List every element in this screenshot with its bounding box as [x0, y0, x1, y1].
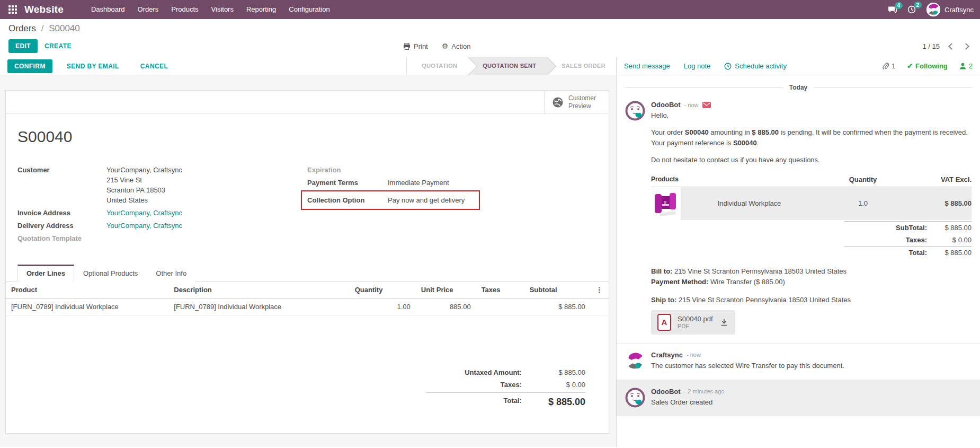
pager: 1 / 15 — [922, 42, 968, 50]
followers-button[interactable]: 2 — [959, 62, 973, 70]
order-title: S00040 — [17, 128, 597, 146]
pt-product-row: Individual Workplace 1.0 $ 885.00 — [651, 187, 972, 220]
stage-quotation[interactable]: QUOTATION — [407, 57, 468, 75]
edit-button[interactable]: EDIT — [8, 39, 38, 53]
message-time: - 2 minutes ago — [684, 388, 725, 394]
activities-icon[interactable]: 2 — [907, 5, 916, 14]
tab-order-lines[interactable]: Order Lines — [17, 265, 74, 282]
attachments-button[interactable]: 1 — [883, 62, 895, 70]
stage-quotation-sent[interactable]: QUOTATION SENT — [468, 57, 547, 75]
message-body: The customer has selected Wire Transfer … — [651, 361, 972, 371]
field-delivery-address: Delivery Address YourCompany, Craftsync — [17, 221, 307, 231]
address-line: Scranton PA 18503 — [106, 185, 182, 195]
message-time: - now — [684, 102, 699, 108]
menu-reporting[interactable]: Reporting — [240, 0, 282, 19]
pt-totals: SubTotal: $ 885.00 Taxes: $ 0.00 Total: … — [844, 221, 972, 259]
pt-header-vat: VAT Excl. — [908, 175, 972, 183]
check-icon: ✔ — [907, 62, 913, 70]
collection-option-highlight: Collection Option Pay now and get delive… — [301, 190, 480, 210]
print-button[interactable]: Print — [403, 42, 428, 50]
user-name: Craftsync — [945, 6, 974, 14]
cell-subtotal: $ 885.00 — [524, 298, 591, 315]
attachment-name: S00040.pdf — [678, 315, 713, 323]
cell-quantity: 1.00 — [350, 298, 416, 315]
cell-description: [FURN_0789] Individual Workplace — [168, 298, 349, 315]
user-menu[interactable]: Craftsync — [926, 3, 974, 16]
download-icon — [720, 319, 728, 326]
odoo-app-window: Website Dashboard Orders Products Visito… — [0, 0, 980, 448]
order-line-row[interactable]: [FURN_0789] Individual Workplace [FURN_0… — [6, 298, 609, 315]
sheet-top-strip: Customer Preview — [6, 91, 609, 114]
cancel-button[interactable]: CANCEL — [133, 59, 175, 73]
message-author[interactable]: OdooBot — [651, 388, 681, 396]
col-header-product: Product — [6, 282, 168, 298]
pt-product-price: $ 885.00 — [908, 199, 972, 207]
action-menu-button[interactable]: ⚙ Action — [442, 42, 471, 50]
address-line: United States — [106, 195, 182, 205]
order-lines-table: Product Description Quantity Unit Price … — [6, 282, 609, 315]
pt-product-name: Individual Workplace — [681, 199, 818, 207]
breadcrumb: Orders / S00040 — [8, 23, 972, 34]
tab-other-info[interactable]: Other Info — [147, 265, 195, 282]
message-body: Sales Order created — [651, 397, 972, 408]
cell-product: [FURN_0789] Individual Workplace — [6, 298, 168, 315]
breadcrumb-current: S00040 — [49, 23, 80, 33]
attachment-type: PDF — [678, 323, 713, 329]
apps-menu-icon[interactable] — [8, 5, 17, 14]
form-view-zone: Customer Preview S00040 Customer YourCom… — [0, 75, 616, 447]
gear-icon: ⚙ — [442, 42, 449, 50]
taxes-row: Taxes: $ 0.00 — [426, 379, 585, 391]
following-button[interactable]: ✔ Following — [907, 62, 948, 70]
pager-next-button[interactable] — [963, 43, 969, 50]
total-row: Total: $ 885.00 — [426, 392, 585, 410]
notebook-tabs: Order Lines Optional Products Other Info — [6, 264, 609, 282]
messages-icon[interactable]: 4 — [888, 6, 897, 14]
globe-icon — [552, 96, 564, 108]
activities-badge: 2 — [914, 2, 922, 8]
message-author[interactable]: OdooBot — [651, 101, 681, 109]
menu-dashboard[interactable]: Dashboard — [85, 0, 131, 19]
breadcrumb-orders-link[interactable]: Orders — [8, 23, 36, 33]
delivery-address-link[interactable]: YourCompany, Craftsync — [106, 221, 182, 231]
col-header-taxes: Taxes — [476, 282, 524, 298]
optional-columns-icon[interactable]: ⋮ — [591, 282, 609, 298]
download-button[interactable] — [719, 318, 729, 327]
message-products-table: Products Quantity VAT Excl. — [651, 172, 972, 259]
message-odoobot-pending: OdooBot - now Hello, Your order S00040 a… — [617, 93, 980, 343]
follower-count: 2 — [969, 62, 973, 70]
invoice-address-link[interactable]: YourCompany, Craftsync — [106, 208, 182, 218]
send-by-email-button[interactable]: SEND BY EMAIL — [60, 59, 126, 73]
message-author[interactable]: Craftsync — [651, 351, 683, 359]
menu-configuration[interactable]: Configuration — [282, 0, 336, 19]
col-header-quantity: Quantity — [350, 282, 416, 298]
menu-orders[interactable]: Orders — [131, 0, 165, 19]
pt-taxes-row: Taxes: $ 0.00 — [844, 234, 972, 246]
create-button[interactable]: CREATE — [38, 39, 78, 53]
clock-icon — [724, 63, 732, 70]
shipping-info: Ship to: 215 Vine St Scranton Pennsylvan… — [651, 296, 972, 304]
fields-left-column: Customer YourCompany, Craftsync 215 Vine… — [17, 165, 307, 246]
pt-subtotal-row: SubTotal: $ 885.00 — [844, 221, 972, 234]
confirm-button[interactable]: CONFIRM — [7, 59, 52, 73]
col-header-subtotal: Subtotal — [524, 282, 591, 298]
attachment-card[interactable]: A S00040.pdf PDF — [651, 310, 735, 335]
tab-optional-products[interactable]: Optional Products — [74, 265, 147, 282]
customer-preview-button[interactable]: Customer Preview — [544, 91, 609, 113]
col-header-description: Description — [168, 282, 349, 298]
customer-link[interactable]: YourCompany, Craftsync — [106, 165, 182, 175]
control-panel: Orders / S00040 EDIT CREATE Print ⚙ Acti… — [0, 19, 980, 57]
top-navbar: Website Dashboard Orders Products Visito… — [0, 0, 980, 19]
message-odoobot-created: OdooBot - 2 minutes ago Sales Order crea… — [617, 380, 980, 416]
send-message-button[interactable]: Send message — [624, 62, 670, 70]
menu-visitors[interactable]: Visitors — [205, 0, 240, 19]
log-note-button[interactable]: Log note — [684, 62, 711, 70]
schedule-activity-button[interactable]: Schedule activity — [724, 62, 787, 70]
stage-sales-order[interactable]: SALES ORDER — [547, 57, 616, 75]
collection-option-value: Pay now and get delivery — [388, 196, 465, 204]
craftsync-avatar — [625, 351, 645, 371]
stage-pipeline: QUOTATION QUOTATION SENT SALES ORDER — [406, 57, 616, 75]
pager-previous-button[interactable] — [948, 43, 955, 50]
menu-products[interactable]: Products — [165, 0, 204, 19]
actions-row: EDIT CREATE Print ⚙ Action 1 / 15 — [8, 38, 972, 54]
app-name[interactable]: Website — [24, 4, 64, 15]
